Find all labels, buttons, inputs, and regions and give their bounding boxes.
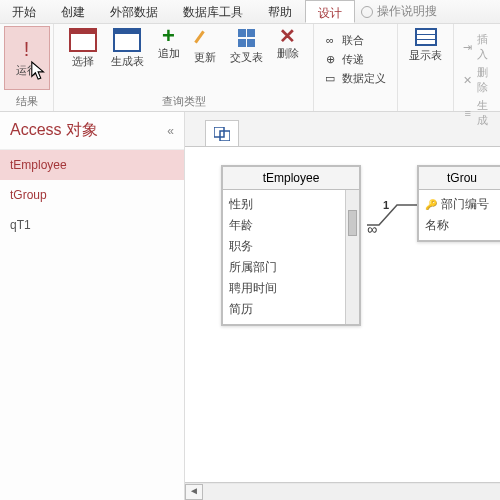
group-querytype: 选择 生成表 +追加 更新 交叉表 ✕删除 查询类型 — [54, 24, 314, 111]
field-list: 🔑部门编号 名称 — [419, 190, 500, 240]
run-button[interactable]: ! 运行 — [4, 26, 50, 90]
build-button[interactable]: ≡生成 — [462, 98, 493, 128]
select-button[interactable]: 选择 — [65, 26, 101, 71]
ribbon: ! 运行 结果 选择 生成表 +追加 更新 交叉表 ✕删除 查询类型 ∞联合 ⊕… — [0, 24, 500, 112]
tab-create[interactable]: 创建 — [49, 0, 98, 23]
deleterow-button[interactable]: ✕删除 — [462, 65, 493, 95]
scrollbar[interactable] — [345, 190, 359, 324]
field-item[interactable]: 性别 — [229, 194, 339, 215]
nav-pane: Access 对象 « tEmployee tGroup qT1 — [0, 112, 185, 500]
build-icon: ≡ — [462, 105, 473, 121]
nav-item-tgroup[interactable]: tGroup — [0, 180, 184, 210]
group-results: ! 运行 结果 — [0, 24, 54, 111]
delete-icon: ✕ — [462, 72, 473, 88]
group-rows: ⇥插入 ✕删除 ≡生成 — [454, 24, 498, 111]
querytype-caption: 查询类型 — [54, 94, 313, 109]
bulb-icon — [361, 6, 373, 18]
update-button[interactable]: 更新 — [190, 26, 220, 71]
crosstab-button[interactable]: 交叉表 — [226, 26, 267, 71]
field-item[interactable]: 名称 — [425, 215, 499, 236]
pencil-icon — [195, 28, 215, 48]
document-tabs — [185, 112, 500, 146]
table-temployee[interactable]: tEmployee 性别 年龄 职务 所属部门 聘用时间 简历 — [221, 165, 361, 326]
crosstab-icon — [236, 28, 256, 48]
tab-dbtools[interactable]: 数据库工具 — [171, 0, 256, 23]
insert-icon: ⇥ — [462, 39, 473, 55]
plus-icon: + — [161, 28, 177, 44]
group-advanced: ∞联合 ⊕传递 ▭数据定义 — [314, 24, 398, 111]
field-item[interactable]: 职务 — [229, 236, 339, 257]
nav-item-qt1[interactable]: qT1 — [0, 210, 184, 240]
horizontal-scrollbar[interactable]: ◄ — [185, 482, 500, 500]
table-header[interactable]: tEmployee — [223, 167, 359, 190]
field-item[interactable]: 简历 — [229, 299, 339, 320]
table-icon — [415, 28, 437, 46]
scroll-track[interactable] — [203, 484, 500, 500]
delete-button[interactable]: ✕删除 — [273, 26, 303, 71]
datadef-icon: ▭ — [322, 70, 338, 86]
append-button[interactable]: +追加 — [154, 26, 184, 71]
group-showtable: 显示表 — [398, 24, 454, 111]
field-item[interactable]: 聘用时间 — [229, 278, 339, 299]
nav-item-temployee[interactable]: tEmployee — [0, 150, 184, 180]
union-button[interactable]: ∞联合 — [322, 32, 386, 48]
results-caption: 结果 — [0, 94, 53, 109]
tab-external[interactable]: 外部数据 — [98, 0, 171, 23]
tell-me-hint[interactable]: 操作说明搜 — [355, 0, 437, 23]
field-item[interactable]: 年龄 — [229, 215, 339, 236]
grid-icon — [69, 28, 97, 52]
field-list: 性别 年龄 职务 所属部门 聘用时间 简历 — [223, 190, 345, 324]
passthrough-button[interactable]: ⊕传递 — [322, 51, 386, 67]
table-header[interactable]: tGrou — [419, 167, 500, 190]
passthrough-icon: ⊕ — [322, 51, 338, 67]
relationship-canvas[interactable]: tEmployee 性别 年龄 职务 所属部门 聘用时间 简历 1 ∞ — [185, 146, 500, 482]
nav-header[interactable]: Access 对象 « — [0, 112, 184, 150]
chevron-icon: « — [167, 124, 174, 138]
datadef-button[interactable]: ▭数据定义 — [322, 70, 386, 86]
maketable-button[interactable]: 生成表 — [107, 26, 148, 71]
grid-icon — [113, 28, 141, 52]
design-area: tEmployee 性别 年龄 职务 所属部门 聘用时间 简历 1 ∞ — [185, 112, 500, 500]
join-connector-icon — [367, 201, 417, 231]
svg-rect-0 — [214, 127, 224, 137]
query-tab[interactable] — [205, 120, 239, 146]
x-icon: ✕ — [280, 28, 296, 44]
field-item[interactable]: 🔑部门编号 — [425, 194, 499, 215]
table-tgroup[interactable]: tGrou 🔑部门编号 名称 — [417, 165, 500, 242]
showtable-button[interactable]: 显示表 — [405, 26, 446, 65]
union-icon: ∞ — [322, 32, 338, 48]
scroll-left-button[interactable]: ◄ — [185, 484, 203, 500]
tab-design[interactable]: 设计 — [305, 0, 355, 23]
ribbon-tabs: 开始 创建 外部数据 数据库工具 帮助 设计 操作说明搜 — [0, 0, 500, 24]
insert-button[interactable]: ⇥插入 — [462, 32, 493, 62]
query-icon — [214, 127, 230, 141]
tab-help[interactable]: 帮助 — [256, 0, 305, 23]
tab-start[interactable]: 开始 — [0, 0, 49, 23]
field-item[interactable]: 所属部门 — [229, 257, 339, 278]
svg-rect-1 — [220, 131, 230, 141]
exclaim-icon: ! — [24, 38, 30, 61]
key-icon: 🔑 — [425, 199, 437, 210]
